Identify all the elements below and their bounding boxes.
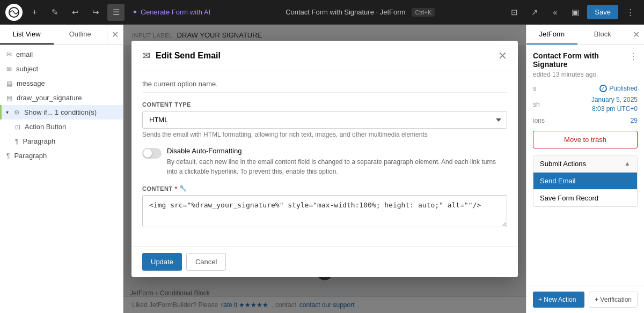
block-title: Contact Form with Signature: [533, 51, 629, 69]
revisions-row: ions 29: [533, 117, 638, 124]
list-view-icon[interactable]: ☰: [107, 4, 125, 21]
sidebar-item-signature[interactable]: ▤ draw_your_signature: [0, 91, 123, 105]
left-sidebar: List View Outline ✕ ✉ email ✉ subject ▤ …: [0, 25, 123, 313]
tab-block[interactable]: Block: [577, 25, 628, 44]
toggle-knob: [143, 149, 152, 158]
tab-jetform[interactable]: JetForm: [526, 25, 577, 44]
verification-button[interactable]: + Verification: [589, 292, 638, 308]
content-textarea[interactable]: [142, 195, 507, 227]
wrench-icon[interactable]: 🔧: [179, 185, 187, 192]
external-link-icon[interactable]: ↗: [526, 4, 543, 21]
sidebar-item-label: draw_your_signature: [17, 94, 82, 102]
modal-body: the current option name. CONTENT TYPE HT…: [131, 71, 518, 246]
submit-actions-section: Submit Actions ▲ Send Email Save Form Re…: [533, 155, 638, 207]
subject-field-icon: ✉: [6, 65, 12, 73]
wand-icon: ✦: [132, 8, 138, 16]
update-button[interactable]: Update: [142, 253, 182, 271]
cancel-button[interactable]: Cancel: [186, 253, 226, 271]
trash-label: sh: [533, 101, 540, 108]
modal-overlay[interactable]: ✉ Edit Send Email ✕ the current option n…: [123, 25, 526, 313]
revisions-label: ions: [533, 117, 545, 124]
wp-logo-icon[interactable]: [5, 4, 23, 21]
scrolled-text: the current option name.: [142, 80, 218, 88]
options-icon[interactable]: ⋮: [621, 4, 639, 21]
sidebar-item-label: email: [16, 50, 33, 58]
edited-text: edited 13 minutes ago.: [533, 71, 638, 78]
disable-autoformat-toggle[interactable]: [142, 148, 162, 159]
revisions-count: 29: [631, 117, 638, 124]
action-button-icon: ⊡: [15, 123, 20, 131]
content-type-help: Sends the email with HTML formatting, al…: [142, 131, 507, 138]
published-icon: [599, 85, 607, 92]
sidebar-item-show-if[interactable]: ▾ ⚙ Show if... 1 condition(s): [0, 105, 123, 120]
modal-close-button[interactable]: ✕: [498, 49, 507, 62]
paragraph-icon: ¶: [15, 138, 18, 145]
sidebar-item-label: Show if... 1 condition(s): [24, 108, 97, 116]
tab-list-view[interactable]: List View: [0, 25, 54, 44]
right-footer: + New Action + Verification: [526, 286, 644, 313]
sidebar-item-label: message: [17, 79, 45, 87]
top-center: Contact Form with Signature · JetForm Ct…: [218, 8, 502, 17]
action-item-save-form-record[interactable]: Save Form Record: [533, 190, 637, 206]
sidebar-close-button[interactable]: ✕: [107, 25, 123, 44]
right-content: Contact Form with Signature ⋮ edited 13 …: [526, 45, 644, 286]
trash-date-line1: January 5, 2025: [591, 95, 638, 105]
move-to-trash-button[interactable]: Move to trash: [533, 131, 638, 148]
sidebar-item-label: subject: [16, 65, 38, 73]
keyboard-shortcut: Ctrl+K: [412, 8, 435, 17]
sidebar-item-label: Action Button: [25, 123, 66, 131]
block-title-row: Contact Form with Signature ⋮: [533, 51, 638, 69]
collapse-icon[interactable]: «: [546, 4, 564, 21]
sidebar-list: ✉ email ✉ subject ▤ message ▤ draw_your_…: [0, 45, 123, 313]
page-title: Contact Form with Signature · JetForm: [286, 8, 405, 16]
redo-button[interactable]: ↪: [87, 4, 104, 21]
email-icon: ✉: [142, 50, 150, 62]
save-button[interactable]: Save: [587, 5, 618, 19]
sidebar-item-paragraph2[interactable]: ¶ Paragraph: [0, 148, 123, 163]
edit-icon[interactable]: ✎: [46, 4, 63, 21]
action-item-send-email[interactable]: Send Email: [533, 173, 637, 190]
layout-icon[interactable]: ▣: [567, 4, 584, 21]
action-item-label: Save Form Record: [540, 194, 598, 202]
main-layout: List View Outline ✕ ✉ email ✉ subject ▤ …: [0, 25, 644, 313]
sidebar-item-message[interactable]: ▤ message: [0, 76, 123, 91]
sidebar-tabs: List View Outline ✕: [0, 25, 123, 45]
trash-row: sh January 5, 2025 8:03 pm UTC+0: [533, 95, 638, 114]
add-block-button[interactable]: ＋: [26, 4, 43, 21]
modal-header: ✉ Edit Send Email ✕: [131, 41, 518, 71]
published-label: Published: [609, 85, 638, 92]
sidebar-item-action-button[interactable]: ⊡ Action Button: [0, 120, 123, 134]
modal-title: Edit Send Email: [156, 51, 493, 61]
modal-footer: Update Cancel: [131, 246, 518, 277]
condition-icon: ⚙: [14, 109, 20, 116]
sidebar-item-subject[interactable]: ✉ subject: [0, 62, 123, 76]
new-action-button[interactable]: + New Action: [533, 292, 584, 308]
top-right: ⊡ ↗ « ▣ Save ⋮: [506, 4, 639, 21]
right-sidebar-close-button[interactable]: ✕: [628, 29, 644, 40]
content-type-select[interactable]: HTML: [142, 111, 507, 129]
center-content: INPUT LABEL DRAW YOUR SIGNATURE Type / t…: [123, 25, 526, 313]
content-label: CONTENT * 🔧: [142, 185, 507, 192]
content-field: CONTENT * 🔧: [142, 185, 507, 229]
published-status: Published: [599, 85, 638, 92]
block-menu-icon[interactable]: ⋮: [629, 51, 638, 62]
undo-button[interactable]: ↩: [67, 4, 84, 21]
chevron-up-icon: ▲: [624, 160, 631, 167]
disable-autoformat-row: Disable Auto-Formatting By default, each…: [142, 147, 507, 176]
submit-actions-title: Submit Actions: [540, 160, 586, 168]
tab-outline[interactable]: Outline: [54, 25, 107, 44]
preview-icon[interactable]: ⊡: [506, 4, 523, 21]
trash-date-line2: 8:03 pm UTC+0: [591, 105, 638, 114]
top-bar: ＋ ✎ ↩ ↪ ☰ ✦ Generate Form with AI Contac…: [0, 0, 644, 25]
message-field-icon: ▤: [6, 80, 12, 87]
toggle-text: Disable Auto-Formatting By default, each…: [167, 147, 507, 176]
sidebar-item-email[interactable]: ✉ email: [0, 47, 123, 62]
chevron-down-icon: ▾: [6, 109, 9, 115]
toggle-desc: By default, each new line in the email c…: [167, 157, 507, 176]
action-item-label: Send Email: [540, 177, 575, 185]
content-type-field: CONTENT TYPE HTML Sends the email with H…: [142, 101, 507, 138]
submit-actions-header[interactable]: Submit Actions ▲: [533, 155, 637, 173]
generate-form-button[interactable]: ✦ Generate Form with AI: [128, 6, 215, 18]
sidebar-item-paragraph1[interactable]: ¶ Paragraph: [0, 134, 123, 148]
modal-edit-send-email: ✉ Edit Send Email ✕ the current option n…: [131, 41, 518, 277]
